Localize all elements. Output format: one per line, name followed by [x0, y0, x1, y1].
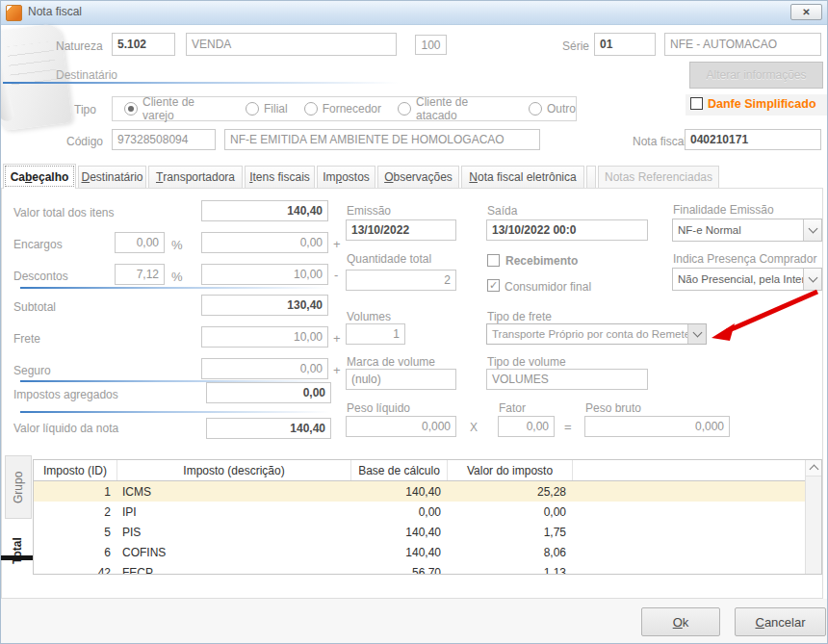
chevron-down-icon [692, 328, 702, 338]
destinatario-section-label: Destinatário [56, 68, 117, 82]
finalidade-emissao-dropdown[interactable]: NF-e Normal [672, 219, 822, 242]
natureza-label: Natureza [56, 39, 103, 53]
tipo-radio-group: Cliente de varejo Filial Fornecedor Clie… [112, 96, 577, 121]
indica-presenca-dropdown[interactable]: Não Presencial, pela Internet [672, 268, 822, 291]
radio-fornecedor[interactable]: Fornecedor [304, 102, 381, 116]
table-scrollbar[interactable] [805, 460, 821, 574]
table-header-row: Imposto (ID) Imposto (descrição) Base de… [34, 460, 821, 481]
table-row[interactable]: 1 ICMS 140,40 25,28 [34, 481, 821, 502]
chevron-down-icon [808, 224, 817, 234]
fator-field[interactable]: 0,00 [498, 416, 555, 437]
titlebar: Nota fiscal ✕ [1, 1, 827, 25]
marca-volume-field[interactable]: (nulo) [346, 369, 456, 390]
radio-cliente-de-varejo[interactable]: Cliente de varejo [124, 95, 229, 122]
radio-dot-icon [304, 102, 318, 116]
fator-label: Fator [499, 401, 526, 415]
radio-filial[interactable]: Filial [246, 102, 288, 116]
valor-liquido-field[interactable]: 140,40 [206, 418, 331, 439]
table-row[interactable]: 2 IPI 0,00 0,00 [34, 502, 821, 522]
table-row[interactable]: 6 COFINS 140,40 8,06 [34, 542, 821, 562]
tab-impostos[interactable]: Impostos [317, 166, 375, 188]
sidetab-grupo[interactable]: Grupo [5, 455, 32, 519]
radio-outro[interactable]: Outro [529, 102, 576, 116]
table-row[interactable]: 42 FECP 56,70 1,13 [34, 562, 821, 575]
cancelar-button[interactable]: Cancelar [735, 607, 826, 636]
chevron-down-icon [808, 273, 817, 283]
dropdown-button[interactable] [803, 269, 821, 290]
tab-destinatario[interactable]: Destinatário [78, 166, 146, 188]
valor-total-field[interactable]: 140,40 [201, 200, 328, 221]
tipo-volume-field[interactable]: VOLUMES [486, 369, 648, 390]
codigo-field[interactable]: 97328508094 [112, 129, 216, 150]
peso-liquido-field[interactable]: 0,000 [346, 416, 456, 437]
blue-separator [20, 411, 330, 413]
quantidade-total-label: Quantidade total [347, 252, 431, 266]
ok-button[interactable]: Ok [641, 607, 720, 636]
impostos-agregados-field[interactable]: 0,00 [206, 382, 331, 403]
chevron-up-icon [809, 465, 818, 475]
tab-nota-fiscal-eletronica[interactable]: Nota fiscal eletrônica [461, 166, 584, 188]
frete-label: Frete [13, 332, 40, 346]
close-button[interactable]: ✕ [790, 4, 822, 20]
col-base-calculo[interactable]: Base de cálculo [351, 460, 448, 480]
tab-observacoes[interactable]: Observações [377, 166, 459, 188]
descontos-value-field[interactable]: 10,00 [201, 264, 328, 285]
col-imposto-descricao[interactable]: Imposto (descrição) [117, 460, 351, 480]
quantidade-total-field[interactable]: 2 [346, 270, 456, 291]
consumidor-final-label: Consumidor final [505, 280, 591, 294]
saida-label: Saída [487, 204, 517, 218]
peso-bruto-label: Peso bruto [585, 401, 641, 415]
seguro-field[interactable]: 0,00 [201, 358, 328, 379]
recebimento-checkbox[interactable] [487, 254, 500, 267]
serie-desc-field[interactable]: NFE - AUTOMACAO [664, 33, 821, 56]
natureza-desc-field[interactable]: VENDA [186, 33, 397, 56]
nota-fiscal-label: Nota fiscal [633, 135, 686, 148]
recebimento-label: Recebimento [505, 254, 578, 268]
natureza-extra-field[interactable]: 100 [415, 35, 447, 55]
dropdown-button[interactable] [803, 219, 821, 241]
subtotal-label: Subtotal [13, 300, 56, 314]
frete-field[interactable]: 10,00 [201, 326, 328, 348]
seguro-label: Seguro [13, 364, 51, 377]
finalidade-emissao-label: Finalidade Emissão [673, 203, 774, 217]
dropdown-button[interactable] [687, 324, 706, 344]
tab-transportadora[interactable]: Transportadora [148, 166, 243, 188]
document-icon [6, 5, 22, 21]
serie-label: Série [562, 39, 589, 53]
encargos-value-field[interactable]: 0,00 [201, 232, 328, 253]
table-row[interactable]: 5 PIS 140,40 1,75 [34, 522, 821, 542]
danfe-simplificado-checkbox[interactable] [690, 97, 703, 110]
tipo-frete-dropdown[interactable]: Transporte Próprio por conta do Remete [486, 323, 707, 345]
codigo-desc-field[interactable]: NF-E EMITIDA EM AMBIENTE DE HOMOLOGACAO [224, 129, 540, 150]
tipo-frete-label: Tipo de frete [487, 310, 552, 323]
window-title: Nota fiscal [28, 5, 82, 18]
tipo-label: Tipo [74, 103, 96, 116]
volumes-label: Volumes [347, 310, 391, 323]
nota-fiscal-number-field[interactable]: 040210171 [685, 129, 821, 150]
peso-bruto-field[interactable]: 0,000 [584, 416, 730, 437]
col-valor-imposto[interactable]: Valor do imposto [448, 460, 573, 480]
plus-sign: + [333, 331, 341, 346]
subtotal-field[interactable]: 130,40 [201, 295, 328, 316]
encargos-pct-field[interactable]: 0,00 [115, 232, 165, 253]
col-imposto-id[interactable]: Imposto (ID) [34, 460, 117, 480]
sidetab-total[interactable]: Total [5, 524, 30, 578]
close-icon: ✕ [802, 7, 810, 17]
serie-field[interactable]: 01 [594, 33, 656, 56]
saida-field[interactable]: 13/10/2022 00:0 [486, 219, 648, 241]
consumidor-final-checkbox[interactable]: ✓ [487, 279, 500, 292]
natureza-code-field[interactable]: 5.102 [112, 33, 175, 56]
danfe-simplificado-label: Danfe Simplificado [708, 97, 816, 111]
impostos-agregados-label: Impostos agregados [13, 388, 118, 401]
tab-itens-fiscais[interactable]: Itens fiscais [245, 166, 315, 188]
volumes-field[interactable]: 1 [346, 323, 405, 345]
emissao-field[interactable]: 13/10/2022 [346, 219, 456, 241]
percent-sign: % [171, 270, 183, 284]
minus-sign: - [334, 268, 338, 282]
scroll-up-button[interactable] [806, 460, 821, 477]
radio-dot-icon [398, 102, 411, 116]
tab-cabecalho[interactable]: Cabeçalho [3, 164, 76, 189]
descontos-pct-field[interactable]: 7,12 [115, 264, 165, 285]
tab-stub [586, 166, 596, 188]
radio-cliente-de-atacado[interactable]: Cliente de atacado [398, 95, 512, 122]
